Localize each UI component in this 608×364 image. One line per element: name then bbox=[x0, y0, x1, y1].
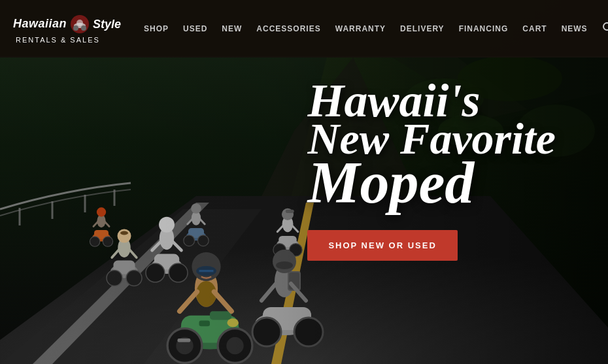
logo-icon bbox=[69, 14, 90, 35]
nav-new[interactable]: NEW bbox=[215, 19, 248, 39]
nav-warranty[interactable]: WARRANTY bbox=[329, 19, 392, 39]
nav-used[interactable]: USED bbox=[177, 19, 214, 39]
search-icon[interactable] bbox=[598, 16, 608, 41]
logo-subtitle: RENTALS & SALES bbox=[13, 36, 100, 44]
svg-point-96 bbox=[603, 23, 608, 30]
nav-shop[interactable]: SHOP bbox=[137, 19, 175, 39]
nav-accessories[interactable]: ACCESSORIES bbox=[250, 19, 327, 39]
hero-heading: Hawaii's New Favorite Moped bbox=[307, 78, 556, 210]
svg-point-93 bbox=[73, 25, 78, 31]
hero-text-block: Hawaii's New Favorite Moped SHOP NEW OR … bbox=[307, 78, 556, 261]
logo[interactable]: Hawaiian Style RENTALS & SALES bbox=[13, 14, 118, 44]
svg-point-95 bbox=[76, 20, 83, 26]
nav-delivery[interactable]: DELIVERY bbox=[394, 19, 451, 39]
nav-cart[interactable]: CART bbox=[516, 19, 553, 39]
header: Hawaiian Style RENTALS & SALES SHOP USED… bbox=[0, 0, 608, 58]
nav-financing[interactable]: FINANCING bbox=[452, 19, 515, 39]
main-nav: SHOP USED NEW ACCESSORIES WARRANTY DELIV… bbox=[137, 16, 608, 41]
logo-style: Style bbox=[93, 18, 121, 31]
logo-hawaiian: Hawaiian bbox=[13, 18, 67, 31]
logo-top: Hawaiian Style bbox=[13, 14, 121, 35]
hero-section: Hawaiian Style RENTALS & SALES SHOP USED… bbox=[0, 0, 608, 364]
svg-point-94 bbox=[81, 25, 86, 31]
shop-cta-button[interactable]: SHOP NEW OR USED bbox=[307, 230, 457, 261]
nav-news[interactable]: NEWS bbox=[555, 19, 594, 39]
